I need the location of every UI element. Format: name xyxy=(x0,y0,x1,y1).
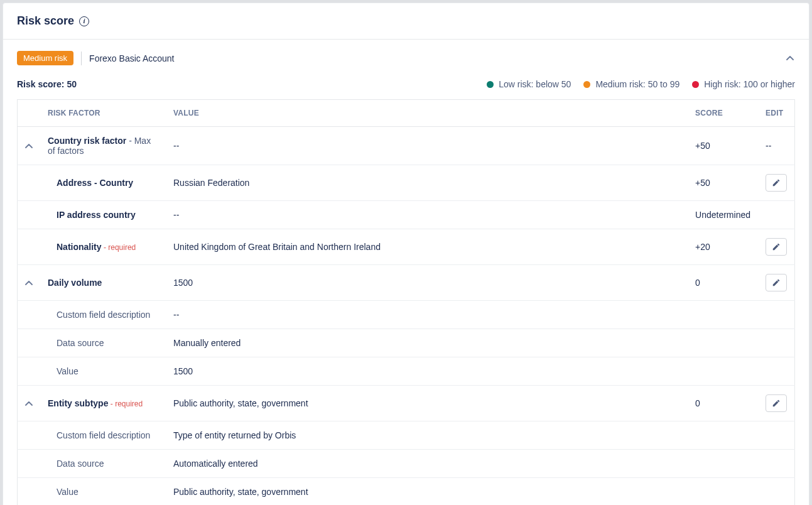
info-icon[interactable]: i xyxy=(79,16,89,26)
nationality-label: Nationality xyxy=(48,242,102,252)
dv-src-label: Data source xyxy=(48,338,104,348)
es-src-value: Automatically entered xyxy=(166,450,688,478)
row-daily-volume: Daily volume 1500 0 xyxy=(18,265,795,301)
legend-low-text: Low risk: below 50 xyxy=(499,79,571,89)
dot-low-icon xyxy=(487,81,494,88)
dv-src-value: Manually entered xyxy=(166,329,688,357)
collapse-entity-subtype-toggle[interactable] xyxy=(25,401,33,406)
daily-volume-score: 0 xyxy=(688,265,758,301)
summary-row: Medium risk Forexo Basic Account xyxy=(3,40,809,72)
row-dv-src: Data source Manually entered xyxy=(18,329,795,357)
edit-nationality-button[interactable] xyxy=(766,238,787,256)
es-src-label: Data source xyxy=(48,459,104,469)
ip-country-score: Undetermined xyxy=(688,201,758,229)
col-header-value: VALUE xyxy=(166,100,688,127)
col-header-edit: EDIT xyxy=(758,100,795,127)
dot-high-icon xyxy=(692,81,699,88)
col-header-score: SCORE xyxy=(688,100,758,127)
col-header-toggle xyxy=(18,100,41,127)
country-group-value: -- xyxy=(166,127,688,165)
es-val-label: Value xyxy=(48,487,78,497)
row-es-src: Data source Automatically entered xyxy=(18,450,795,478)
risk-legend: Low risk: below 50 Medium risk: 50 to 99… xyxy=(487,79,795,89)
dv-val-label: Value xyxy=(48,366,78,376)
row-es-val: Value Public authority, state, governmen… xyxy=(18,478,795,506)
row-nationality: Nationality - required United Kingdom of… xyxy=(18,229,795,265)
daily-volume-value: 1500 xyxy=(166,265,688,301)
row-dv-val: Value 1500 xyxy=(18,357,795,386)
collapse-daily-volume-toggle[interactable] xyxy=(25,281,33,286)
entity-subtype-label: Entity subtype xyxy=(48,398,108,408)
nationality-required-tag: - required xyxy=(102,243,136,252)
row-es-desc: Custom field description Type of entity … xyxy=(18,421,795,450)
risk-score-panel: Risk score i Medium risk Forexo Basic Ac… xyxy=(3,3,809,505)
legend-high-text: High risk: 100 or higher xyxy=(704,79,795,89)
legend-medium-text: Medium risk: 50 to 99 xyxy=(595,79,679,89)
edit-entity-subtype-button[interactable] xyxy=(766,394,787,412)
country-group-edit: -- xyxy=(758,127,795,165)
dot-medium-icon xyxy=(583,81,590,88)
risk-level-badge: Medium risk xyxy=(17,51,73,65)
ip-country-value: -- xyxy=(166,201,688,229)
country-group-label: Country risk factor xyxy=(48,136,126,146)
row-address-country: Address - Country Russian Federation +50 xyxy=(18,165,795,201)
row-country-risk-factor: Country risk factor - Max of factors -- … xyxy=(18,127,795,165)
entity-subtype-value: Public authority, state, government xyxy=(166,386,688,421)
risk-factors-table: RISK FACTOR VALUE SCORE EDIT Country ris… xyxy=(17,99,795,505)
account-name: Forexo Basic Account xyxy=(89,53,174,63)
legend-medium: Medium risk: 50 to 99 xyxy=(583,79,679,89)
es-val-value: Public authority, state, government xyxy=(166,478,688,506)
nationality-score: +20 xyxy=(688,229,758,265)
daily-volume-label: Daily volume xyxy=(48,278,102,288)
collapse-country-group-toggle[interactable] xyxy=(25,144,33,149)
collapse-panel-toggle[interactable] xyxy=(785,53,795,63)
row-entity-subtype: Entity subtype - required Public authori… xyxy=(18,386,795,421)
risk-score-label: Risk score: 50 xyxy=(17,79,77,89)
dv-desc-value: -- xyxy=(166,301,688,329)
col-header-factor: RISK FACTOR xyxy=(40,100,166,127)
panel-title: Risk score xyxy=(17,14,74,28)
row-ip-country: IP address country -- Undetermined xyxy=(18,201,795,229)
divider xyxy=(81,52,82,65)
nationality-value: United Kingdom of Great Britain and Nort… xyxy=(166,229,688,265)
score-bar: Risk score: 50 Low risk: below 50 Medium… xyxy=(3,72,809,99)
es-desc-value: Type of entity returned by Orbis xyxy=(166,421,688,450)
country-group-score: +50 xyxy=(688,127,758,165)
ip-country-label: IP address country xyxy=(48,210,136,220)
address-country-value: Russian Federation xyxy=(166,165,688,201)
legend-low: Low risk: below 50 xyxy=(487,79,571,89)
dv-val-value: 1500 xyxy=(166,357,688,386)
es-desc-label: Custom field description xyxy=(48,430,150,440)
legend-high: High risk: 100 or higher xyxy=(692,79,795,89)
edit-address-country-button[interactable] xyxy=(766,174,787,192)
entity-subtype-score: 0 xyxy=(688,386,758,421)
entity-subtype-required-tag: - required xyxy=(108,399,143,408)
panel-header: Risk score i xyxy=(3,3,809,40)
address-country-score: +50 xyxy=(688,165,758,201)
dv-desc-label: Custom field description xyxy=(48,310,150,320)
row-dv-desc: Custom field description -- xyxy=(18,301,795,329)
edit-daily-volume-button[interactable] xyxy=(766,274,787,291)
address-country-label: Address - Country xyxy=(48,178,133,188)
